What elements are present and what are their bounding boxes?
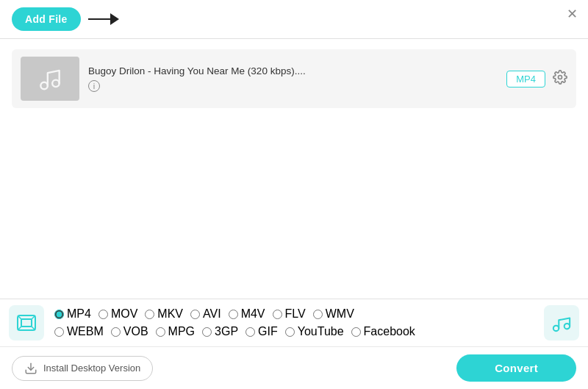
file-actions: MP4 (506, 70, 567, 88)
format-options-bar: MP4 MOV MKV AVI M4V FLV WM (0, 299, 588, 347)
svg-point-2 (559, 75, 562, 79)
option-avi[interactable]: AVI (190, 306, 229, 322)
svg-point-9 (553, 326, 559, 331)
file-list: Bugoy Drilon - Having You Near Me (320 k… (0, 39, 588, 118)
svg-point-10 (564, 324, 570, 329)
format-options-grid: MP4 MOV MKV AVI M4V FLV WM (54, 306, 537, 340)
svg-point-1 (52, 80, 60, 88)
option-mpg[interactable]: MPG (156, 324, 202, 340)
install-desktop-button[interactable]: Install Desktop Version (12, 356, 153, 381)
arrow-indicator (88, 13, 119, 25)
svg-point-0 (40, 82, 48, 90)
option-mkv[interactable]: MKV (145, 306, 190, 322)
option-3gp[interactable]: 3GP (202, 324, 245, 340)
option-vob[interactable]: VOB (111, 324, 156, 340)
video-format-icon (16, 313, 37, 333)
top-bar: Add File ✕ (0, 0, 588, 39)
arrow-head-icon (110, 13, 119, 25)
option-mov[interactable]: MOV (98, 306, 145, 322)
main-content (0, 118, 588, 280)
file-item: Bugoy Drilon - Having You Near Me (320 k… (12, 49, 576, 108)
option-mp4[interactable]: MP4 (54, 306, 98, 322)
option-webm[interactable]: WEBM (54, 324, 111, 340)
bottom-panel: MP4 MOV MKV AVI M4V FLV WM (0, 299, 588, 389)
settings-button[interactable] (553, 70, 567, 88)
option-m4v[interactable]: M4V (229, 306, 273, 322)
download-icon (24, 362, 37, 375)
option-gif[interactable]: GIF (245, 324, 285, 340)
install-label: Install Desktop Version (43, 363, 140, 374)
option-wmv[interactable]: WMV (313, 306, 362, 322)
svg-rect-4 (21, 319, 32, 326)
info-icon[interactable]: i (88, 80, 100, 92)
music-icon (552, 313, 571, 332)
close-button[interactable]: ✕ (567, 7, 578, 21)
action-bar: Install Desktop Version Convert (0, 347, 588, 389)
file-thumbnail (21, 57, 79, 101)
convert-button[interactable]: Convert (456, 354, 576, 382)
option-youtube[interactable]: YouTube (285, 324, 351, 340)
file-name: Bugoy Drilon - Having You Near Me (320 k… (88, 65, 498, 76)
option-flv[interactable]: FLV (273, 306, 313, 322)
option-facebook[interactable]: Facebook (351, 324, 423, 340)
format-badge[interactable]: MP4 (506, 71, 545, 88)
music-icon-right (544, 305, 579, 340)
format-icon-box (9, 305, 44, 340)
file-info: Bugoy Drilon - Having You Near Me (320 k… (88, 65, 498, 92)
music-note-icon (36, 65, 64, 93)
format-row-1: MP4 MOV MKV AVI M4V FLV WM (54, 306, 537, 322)
add-file-button[interactable]: Add File (12, 7, 81, 31)
arrow-shape (88, 13, 119, 25)
format-row-2: WEBM VOB MPG 3GP GIF YouTube (54, 324, 537, 340)
